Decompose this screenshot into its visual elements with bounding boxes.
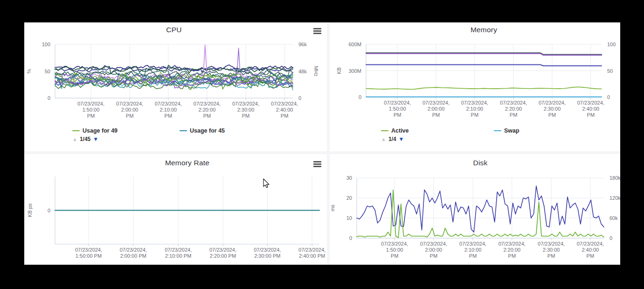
svg-text:100: 100 [607,42,616,47]
svg-text:ms: ms [330,204,335,211]
svg-text:2:10:00: 2:10:00 [159,107,177,113]
memory-legend-swatch-1 [381,130,388,132]
svg-text:MHz: MHz [313,66,319,77]
svg-text:PM: PM [391,253,399,259]
memory-plot-area[interactable]: 600M300M0KB10050007/23/2024,1:50:00PM07/… [330,22,620,151]
svg-text:2:00:00: 2:00:00 [425,247,442,253]
svg-text:07/23/2024,: 07/23/2024, [499,241,526,247]
svg-text:PM: PM [510,112,518,118]
svg-text:0: 0 [48,208,50,213]
svg-text:2:00:00: 2:00:00 [428,106,445,112]
svg-text:2:10:00: 2:10:00 [464,247,482,253]
cpu-legend-item-2[interactable]: Usage for 45 [180,127,225,134]
svg-text:07/23/2024,: 07/23/2024, [271,101,298,106]
svg-text:2:20:00 PM: 2:20:00 PM [210,253,236,259]
svg-text:2:40:00: 2:40:00 [582,247,599,253]
svg-text:180k: 180k [609,175,620,181]
svg-text:07/23/2024,: 07/23/2024, [500,100,527,106]
svg-text:PM: PM [587,112,595,118]
memory-legend-pager: ▲ 1/4 ▼ [381,135,404,143]
svg-text:30: 30 [346,175,352,181]
svg-text:PM: PM [547,253,555,259]
svg-text:300M: 300M [348,68,361,74]
svg-text:KB: KB [336,67,342,74]
svg-text:48k: 48k [298,69,307,74]
disk-plot-area[interactable]: 3020100ms180k120k60k007/23/2024,1:50:00P… [330,154,620,265]
svg-text:07/23/2024,: 07/23/2024, [538,241,565,247]
memory-legend-page-indicator: 1/4 [388,136,396,142]
svg-text:2:10:00: 2:10:00 [466,106,483,112]
svg-text:PM: PM [87,113,95,119]
svg-text:600M: 600M [348,42,361,47]
svg-text:07/23/2024,: 07/23/2024, [384,100,411,106]
svg-text:07/23/2024,: 07/23/2024, [459,241,486,247]
svg-text:2:30:00: 2:30:00 [237,107,255,113]
svg-text:PM: PM [508,253,516,259]
cpu-legend-page-down-icon[interactable]: ▼ [93,136,98,142]
cpu-legend-item-1[interactable]: Usage for 49 [72,127,118,134]
memory-rate-chart-panel: Memory Rate 0KB ps07/23/2024,1:50:00 PM0… [24,154,327,265]
memory-legend-item-1[interactable]: Active [381,127,409,134]
svg-text:2:30:00 PM: 2:30:00 PM [254,253,280,259]
svg-text:2:00:00 PM: 2:00:00 PM [120,253,146,259]
memory-legend-page-up-icon[interactable]: ▲ [381,136,386,142]
svg-text:96k: 96k [298,42,307,47]
svg-text:07/23/2024,: 07/23/2024, [77,101,104,106]
svg-text:07/23/2024,: 07/23/2024, [194,101,221,106]
svg-text:PM: PM [242,113,250,119]
svg-text:0: 0 [298,95,301,101]
svg-text:PM: PM [469,253,477,259]
cpu-legend-page-up-icon[interactable]: ▲ [72,136,77,142]
svg-text:2:30:00: 2:30:00 [544,106,561,112]
svg-text:0: 0 [607,94,610,100]
svg-text:PM: PM [587,253,595,259]
cpu-chart-panel: CPU 100500%96k48k0MHz07/23/2024,1:50:00P… [24,22,327,151]
svg-text:07/23/2024,: 07/23/2024, [75,247,102,253]
svg-text:0: 0 [359,94,361,100]
svg-text:07/23/2024,: 07/23/2024, [577,241,604,247]
svg-text:2:40:00: 2:40:00 [276,107,293,113]
svg-text:2:10:00 PM: 2:10:00 PM [165,253,191,259]
svg-text:1:50:00: 1:50:00 [386,247,403,253]
svg-text:0: 0 [609,235,612,241]
svg-text:0: 0 [48,95,50,101]
svg-text:60k: 60k [609,215,618,221]
cpu-plot-area[interactable]: 100500%96k48k0MHz07/23/2024,1:50:00PM07/… [24,22,327,151]
svg-text:120k: 120k [609,195,620,201]
svg-text:2:20:00: 2:20:00 [503,247,520,253]
svg-text:07/23/2024,: 07/23/2024, [120,247,147,253]
svg-text:2:40:00 PM: 2:40:00 PM [299,253,325,259]
memory-rate-plot-area[interactable]: 0KB ps07/23/2024,1:50:00 PM07/23/2024,2:… [24,154,327,265]
svg-text:PM: PM [432,112,440,118]
memory-legend-swatch-2 [494,130,501,132]
svg-text:07/23/2024,: 07/23/2024, [254,247,281,253]
svg-text:50: 50 [45,69,50,74]
svg-text:PM: PM [471,112,479,118]
svg-text:07/23/2024,: 07/23/2024, [461,100,488,106]
svg-text:2:40:00: 2:40:00 [582,106,599,112]
memory-chart-panel: Memory 600M300M0KB10050007/23/2024,1:50:… [330,22,620,151]
cpu-legend-label-2[interactable]: Usage for 45 [190,127,225,134]
memory-legend-item-2[interactable]: Swap [494,127,519,134]
svg-text:20: 20 [346,195,352,201]
svg-text:07/23/2024,: 07/23/2024, [232,101,259,106]
memory-legend-label-1[interactable]: Active [391,127,409,134]
svg-text:50: 50 [607,68,613,74]
mouse-cursor-icon [263,178,270,189]
svg-text:07/23/2024,: 07/23/2024, [165,247,192,253]
svg-text:PM: PM [281,113,289,119]
svg-text:0: 0 [349,235,352,241]
svg-text:2:20:00: 2:20:00 [505,106,522,112]
memory-legend-page-down-icon[interactable]: ▼ [399,136,404,142]
svg-text:07/23/2024,: 07/23/2024, [420,241,447,247]
svg-text:1:50:00: 1:50:00 [83,107,100,113]
memory-legend-label-2[interactable]: Swap [504,127,519,134]
svg-text:2:20:00: 2:20:00 [199,107,216,113]
cpu-legend-label-1[interactable]: Usage for 49 [83,127,118,134]
svg-text:07/23/2024,: 07/23/2024, [298,247,325,253]
svg-text:%: % [26,69,32,73]
svg-text:2:30:00: 2:30:00 [543,247,560,253]
svg-text:2:00:00: 2:00:00 [121,107,138,113]
svg-text:PM: PM [548,112,556,118]
svg-text:1:50:00 PM: 1:50:00 PM [76,253,102,259]
